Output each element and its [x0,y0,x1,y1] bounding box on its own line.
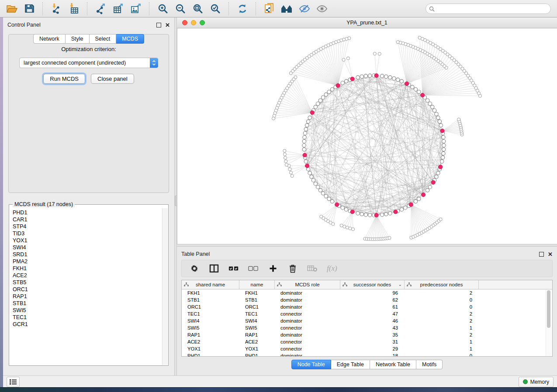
task-history-button[interactable] [7,377,20,387]
ring-node[interactable] [302,148,306,151]
ring-node[interactable] [316,102,320,105]
ring-node[interactable] [308,171,311,175]
leaf-node[interactable] [283,153,286,156]
export-network-icon[interactable] [93,2,108,16]
ring-node[interactable] [442,148,446,151]
split-panes-icon[interactable] [209,263,219,274]
ring-node[interactable] [308,116,311,119]
mcds-hub-node[interactable] [405,82,409,86]
ring-node[interactable] [356,212,360,215]
ring-node[interactable] [384,75,388,78]
ring-node[interactable] [302,140,306,143]
mcds-hub-node[interactable] [422,193,426,197]
mcds-hub-node[interactable] [439,165,443,169]
ring-node[interactable] [414,88,417,91]
table-tab-edge-table[interactable]: Edge Table [331,360,370,369]
ring-node[interactable] [396,78,400,81]
ring-node[interactable] [435,175,438,179]
ring-node[interactable] [304,160,308,163]
ring-node[interactable] [356,76,360,79]
search-input[interactable] [426,3,551,14]
zoom-fit-icon[interactable] [190,2,205,16]
ring-node[interactable] [304,127,308,131]
leaf-node[interactable] [288,168,291,171]
leaf-node[interactable] [284,160,287,163]
table-tab-node-table[interactable]: Node Table [291,360,331,369]
ring-node[interactable] [306,120,310,123]
leaf-node[interactable] [284,156,287,159]
ring-node[interactable] [318,99,322,102]
ring-node[interactable] [314,182,317,186]
leaf-node[interactable] [283,149,286,152]
run-mcds-button[interactable]: Run MCDS [43,74,85,84]
tab-mcds[interactable]: MCDS [116,34,144,44]
zoom-out-icon[interactable] [173,2,188,16]
tab-network[interactable]: Network [33,34,66,44]
mcds-hub-node[interactable] [440,129,444,133]
mcds-hub-node[interactable] [305,164,309,168]
delete-column-icon[interactable] [287,263,298,274]
ring-node[interactable] [314,105,317,109]
mcds-hub-node[interactable] [303,153,307,157]
ring-node[interactable] [327,90,331,93]
optimization-criterion-select[interactable]: largest connected component (undirected) [19,58,158,68]
mcds-hub-node[interactable] [310,110,314,114]
ring-node[interactable] [426,189,429,192]
mcds-hub-node[interactable] [374,213,378,217]
mcds-hub-node[interactable] [335,203,339,206]
mcds-hub-node[interactable] [409,203,413,206]
ring-node[interactable] [417,197,421,200]
leaf-node[interactable] [289,171,292,174]
table-row[interactable]: PHD1PHD1dominator180 [182,352,552,357]
ring-node[interactable] [324,194,328,198]
ring-node[interactable] [341,206,344,210]
table-row[interactable]: TEC1TEC1connector472 [182,310,552,317]
ring-node[interactable] [388,212,392,215]
ring-node[interactable] [441,156,444,159]
save-session-icon[interactable] [22,2,37,16]
ring-node[interactable] [431,105,434,109]
first-neighbors-icon[interactable] [280,2,294,16]
ring-node[interactable] [310,175,313,179]
ring-node[interactable] [440,160,444,163]
mcds-hub-node[interactable] [421,93,425,97]
ring-node[interactable] [316,185,320,189]
mcds-hub-node[interactable] [336,83,340,87]
ring-node[interactable] [417,90,421,93]
ring-node[interactable] [344,208,348,211]
deselect-all-checkboxes-icon[interactable] [248,263,259,274]
leaf-node[interactable] [388,237,391,240]
ring-node[interactable] [438,120,441,123]
memory-button[interactable]: Memory [519,377,554,387]
ring-node[interactable] [428,185,432,189]
ring-node[interactable] [330,199,334,203]
column-header-successor-nodes[interactable]: successor nodes⌄ [340,280,405,289]
ring-node[interactable] [380,74,384,78]
table-scrollbar-thumb[interactable] [547,290,550,328]
ring-node[interactable] [303,131,307,135]
ring-node[interactable] [442,151,445,155]
open-file-icon[interactable] [4,2,19,16]
select-all-checkboxes-icon[interactable] [228,263,239,274]
float-panel-icon[interactable] [156,23,161,28]
ring-node[interactable] [360,212,363,216]
mcds-hub-node[interactable] [350,77,354,81]
ring-node[interactable] [324,93,328,96]
network-canvas[interactable] [177,28,557,244]
export-image-icon[interactable] [128,2,143,16]
leaf-node[interactable] [272,117,275,120]
close-table-panel-icon[interactable]: ✕ [548,252,553,256]
ring-node[interactable] [442,144,446,147]
leaf-node[interactable] [332,223,335,226]
leaf-node[interactable] [289,72,292,75]
tab-select[interactable]: Select [90,34,117,44]
ring-node[interactable] [388,76,392,79]
ring-node[interactable] [368,213,372,217]
column-settings-gear-icon[interactable] [189,263,200,274]
ring-node[interactable] [360,75,363,78]
tab-style[interactable]: Style [66,34,90,44]
ring-node[interactable] [400,208,403,211]
import-table-icon[interactable] [66,2,81,16]
export-table-icon[interactable] [111,2,126,16]
ring-node[interactable] [392,77,396,80]
